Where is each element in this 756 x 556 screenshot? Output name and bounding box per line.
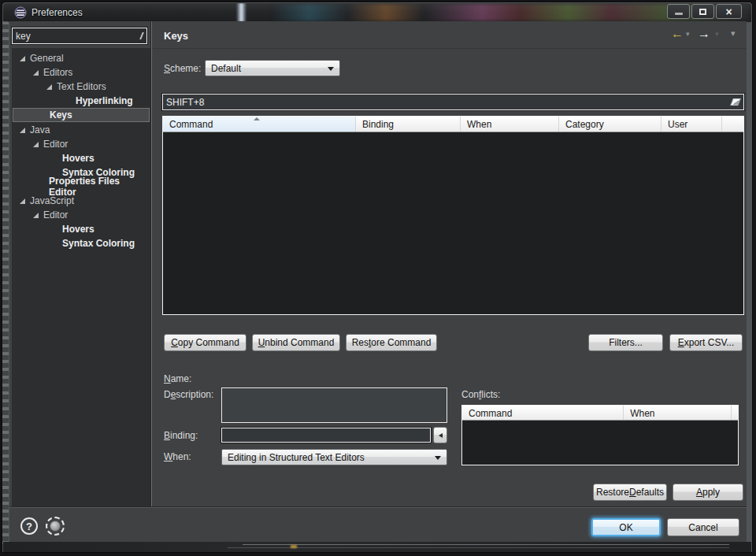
- tree-item-label: Hovers: [62, 153, 94, 164]
- tree-item-java-hovers[interactable]: Hovers: [13, 151, 150, 165]
- conflicts-table-body[interactable]: [462, 421, 738, 465]
- tree-item-label: Hovers: [62, 224, 94, 235]
- filters-button[interactable]: Filters...: [588, 334, 663, 351]
- back-arrow-icon[interactable]: ←: [671, 27, 684, 41]
- tree-item-label: Java: [30, 124, 50, 135]
- preference-recorder-button[interactable]: [46, 517, 65, 536]
- filter-box: [12, 28, 147, 44]
- tree-item-label: Editor: [43, 209, 68, 221]
- column-header-category[interactable]: Category: [559, 117, 662, 132]
- binding-field: [221, 428, 431, 443]
- background-bleed-line: [228, 547, 729, 548]
- twistie-expanded-icon[interactable]: [33, 70, 39, 76]
- arrow-left-icon: [439, 433, 443, 438]
- bindings-table-header: Command Binding When Category User: [163, 117, 743, 132]
- twistie-expanded-icon[interactable]: [46, 84, 52, 90]
- tree-item-text-editors[interactable]: Text Editors: [13, 80, 150, 94]
- cancel-button[interactable]: Cancel: [667, 518, 739, 536]
- conflicts-column-when[interactable]: When: [624, 406, 732, 420]
- scheme-select[interactable]: Default: [205, 60, 340, 76]
- twistie-expanded-icon[interactable]: [33, 213, 39, 218]
- tree-item-js-editor[interactable]: Editor: [13, 208, 150, 222]
- twistie-expanded-icon[interactable]: [20, 56, 25, 61]
- forward-dropdown-icon[interactable]: ▾: [715, 31, 719, 38]
- conflicts-table-header: Command When: [462, 406, 738, 421]
- minimize-icon: [675, 13, 683, 15]
- forward-arrow-icon[interactable]: →: [698, 27, 710, 41]
- back-dropdown-icon[interactable]: ▾: [686, 31, 690, 38]
- restore-command-button[interactable]: Restore Command: [346, 334, 437, 351]
- titlebar-light-streak: [236, 3, 246, 22]
- maximize-button[interactable]: [691, 4, 714, 19]
- sort-ascending-icon: [254, 117, 260, 120]
- tree-item-label: Hyperlinking: [76, 95, 133, 106]
- tree-item-js-syntax-coloring[interactable]: Syntax Coloring: [13, 236, 150, 250]
- header-separator: [153, 48, 747, 49]
- apply-button[interactable]: Apply: [673, 484, 743, 501]
- tree-item-label: Text Editors: [57, 81, 106, 92]
- tree-item-keys[interactable]: Keys: [13, 108, 150, 122]
- page-title: Keys: [164, 30, 188, 42]
- scheme-selected-value: Default: [211, 63, 241, 74]
- key-search-box: [162, 94, 744, 110]
- binding-input[interactable]: [222, 430, 430, 443]
- tree-item-label: JavaScript: [30, 195, 74, 206]
- window-title: Preferences: [32, 7, 83, 18]
- tree-item-javascript[interactable]: JavaScript: [13, 194, 150, 208]
- help-button[interactable]: ?: [20, 517, 38, 535]
- sidebar-divider-highlight: [151, 21, 152, 507]
- titlebar[interactable]: Preferences ×: [3, 3, 751, 22]
- bindings-table[interactable]: Command Binding When Category User: [162, 116, 744, 315]
- tree-item-label: Editors: [43, 67, 72, 78]
- close-icon: ×: [725, 6, 732, 17]
- chevron-down-icon: [328, 67, 334, 71]
- conflicts-label: Conflicts:: [461, 389, 500, 400]
- description-textarea[interactable]: [221, 387, 447, 423]
- tree-item-js-hovers[interactable]: Hovers: [13, 222, 150, 236]
- eclipse-logo-icon: [14, 6, 27, 22]
- name-label: Name:: [164, 373, 191, 384]
- tree-item-properties-files-editor[interactable]: Properties Files Editor: [13, 180, 150, 194]
- ok-button[interactable]: OK: [591, 518, 661, 536]
- column-header-binding[interactable]: Binding: [356, 117, 461, 132]
- restore-defaults-button[interactable]: Restore Defaults: [593, 484, 667, 501]
- filter-input[interactable]: [13, 31, 141, 42]
- key-search-input[interactable]: [163, 95, 732, 109]
- tree-item-editors[interactable]: Editors: [13, 65, 150, 80]
- clear-search-icon[interactable]: [730, 98, 740, 106]
- twistie-expanded-icon[interactable]: [33, 142, 39, 147]
- conflicts-column-command[interactable]: Command: [462, 406, 624, 420]
- unbind-command-button[interactable]: Unbind Command: [252, 334, 340, 351]
- column-header-when[interactable]: When: [461, 117, 559, 132]
- export-csv-button[interactable]: Export CSV...: [669, 334, 743, 351]
- column-header-command[interactable]: Command: [163, 117, 356, 132]
- twistie-expanded-icon[interactable]: [20, 128, 25, 133]
- twistie-expanded-icon[interactable]: [20, 198, 25, 204]
- tree-item-hyperlinking[interactable]: Hyperlinking: [13, 94, 150, 108]
- window-left-border: [2, 21, 9, 544]
- question-mark-icon: ?: [26, 521, 32, 532]
- tree-item-label: Keys: [50, 109, 72, 120]
- when-selected-value: Editing in Structured Text Editors: [228, 452, 365, 463]
- close-button[interactable]: ×: [716, 4, 742, 19]
- conflicts-table[interactable]: Command When: [461, 405, 739, 465]
- record-icon: [50, 521, 61, 532]
- background-bleed-dot: [291, 545, 297, 548]
- binding-label: Binding:: [164, 430, 198, 441]
- dialog-body: General Editors Text Editors Hyperlinkin…: [9, 21, 747, 543]
- tree-item-label: General: [30, 53, 64, 64]
- footer-separator-highlight: [9, 507, 747, 508]
- copy-command-button[interactable]: Copy Command: [164, 334, 246, 351]
- tree-item-general[interactable]: General: [13, 51, 150, 65]
- bindings-table-body[interactable]: [163, 132, 743, 315]
- tree-item-java[interactable]: Java: [13, 123, 150, 137]
- when-select[interactable]: Editing in Structured Text Editors: [221, 449, 447, 465]
- add-key-sequence-button[interactable]: [433, 427, 447, 443]
- window-bottom-border: [3, 542, 751, 552]
- minimize-button[interactable]: [667, 4, 690, 19]
- tree-item-java-editor[interactable]: Editor: [13, 137, 150, 151]
- column-header-user[interactable]: User: [662, 117, 722, 132]
- tree-item-label: Syntax Coloring: [62, 238, 135, 249]
- view-menu-icon[interactable]: ▾: [731, 30, 736, 37]
- preferences-tree: General Editors Text Editors Hyperlinkin…: [12, 48, 150, 506]
